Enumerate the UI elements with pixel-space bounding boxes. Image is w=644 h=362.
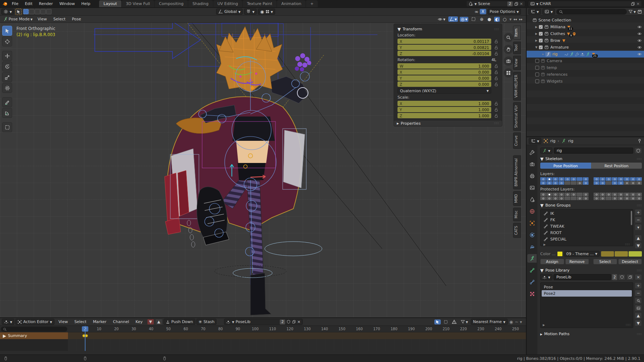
breadcrumb-data[interactable]: rig (568, 139, 574, 143)
move-down-button[interactable]: ▼ (635, 242, 642, 249)
location-z-field[interactable]: Z-0.00104 (397, 51, 491, 56)
collection-checkbox[interactable]: ✓ (539, 32, 543, 36)
layer-r0-3[interactable] (612, 177, 618, 181)
layer-l0-6[interactable] (577, 177, 582, 181)
protected-layer-l0-0[interactable] (540, 193, 546, 196)
shading-rendered[interactable]: ○ (502, 17, 507, 22)
tool-measure[interactable] (2, 108, 12, 118)
sidebar-tab-mmd[interactable]: MMD (513, 191, 521, 206)
collection-checkbox[interactable]: ✓ (539, 25, 543, 29)
protected-layer-r1-1[interactable] (600, 197, 605, 200)
layer-r1-7[interactable] (636, 181, 642, 185)
active-tool-tweak[interactable] (15, 9, 22, 15)
scene-users-badge[interactable]: 2 (507, 1, 512, 6)
protected-layer-r0-2[interactable] (606, 193, 611, 196)
move-up-button[interactable]: ▲ (635, 235, 642, 241)
workspace-tab-shading[interactable]: Shading (188, 0, 213, 7)
sidebar-tab-vrm-helper[interactable]: VRM HELPER (513, 72, 521, 100)
hide-eye-icon[interactable] (637, 31, 642, 36)
rotation-w-field[interactable]: W1.000 (397, 63, 491, 69)
layer-l1-3[interactable] (558, 181, 564, 185)
outliner-row-scene-collection[interactable]: Scene Collection (527, 17, 644, 24)
sidebar-tab-bnpr-abnormal[interactable]: BNPR Abnormal (513, 155, 521, 189)
move-pose-up-button[interactable]: ▲ (635, 312, 642, 319)
protected-layer-l0-4[interactable] (565, 193, 570, 196)
tab-constraints[interactable] (527, 242, 537, 251)
protected-layer-l0-6[interactable] (577, 193, 582, 196)
rotation-y-field[interactable]: Y0.000 (397, 75, 491, 81)
action-browse-dropdown[interactable]: ▾ (540, 274, 552, 280)
rest-position-button[interactable]: Rest Position (591, 163, 642, 169)
unlink-button[interactable]: × (635, 274, 642, 280)
outliner-row-camera[interactable]: Camera (527, 58, 644, 64)
dopesheet-menu-view[interactable]: View (55, 319, 71, 325)
protected-layer-r0-3[interactable] (612, 193, 618, 196)
viewport-menu-view[interactable]: View (34, 16, 50, 22)
pose-preview-button[interactable] (635, 305, 642, 311)
expand-icon[interactable]: ▶ (535, 25, 537, 29)
select-mode-extend[interactable] (29, 9, 34, 14)
scene-selector[interactable]: ▾ Scene 2 × (466, 1, 525, 7)
collapse-icon[interactable]: ▼ (540, 203, 543, 208)
bone-groups-list[interactable]: IKFKTWEAKROOTSPECIAL ▸∷∷ (540, 209, 633, 246)
proportional-editing[interactable]: ◉ ▾ (258, 9, 275, 15)
tool-select-box[interactable] (2, 26, 12, 36)
pose-position-button[interactable]: Pose Position (540, 163, 591, 169)
pan-hand-icon[interactable] (504, 45, 513, 54)
expand-icon[interactable]: ▶ (535, 39, 537, 43)
layer-r0-6[interactable] (630, 177, 636, 181)
workspace-tab-texture-paint[interactable]: Texture Paint (243, 0, 277, 7)
protected-layer-r1-6[interactable] (630, 197, 636, 200)
select-mode-invert[interactable] (40, 9, 46, 14)
blender-logo-icon[interactable] (2, 1, 8, 7)
sidebar-tab-cats[interactable]: CATS (513, 223, 521, 238)
fake-user-shield-button[interactable] (635, 148, 642, 154)
pin-icon[interactable] (637, 139, 642, 143)
up-button[interactable]: ▲ (155, 319, 162, 325)
tool-transform[interactable] (2, 83, 12, 93)
bone-group-special[interactable]: SPECIAL (541, 236, 632, 242)
bone-group-fk[interactable]: FK (541, 217, 632, 223)
display-mode-dropdown[interactable]: ▾ (528, 9, 541, 15)
snap-mode-dropdown[interactable]: Nearest Frame▾ (471, 319, 508, 325)
layer-r0-4[interactable] (618, 177, 624, 181)
copy-icon[interactable] (292, 320, 296, 324)
location-y-field[interactable]: Y0.00821 (397, 45, 491, 50)
copy-icon[interactable] (631, 2, 635, 6)
layer-l1-5[interactable] (571, 181, 576, 185)
timeline-ruler[interactable]: 2 10203040506070809010011012013014015016… (0, 326, 526, 332)
tab-bone[interactable] (527, 266, 537, 274)
close-icon[interactable]: × (636, 1, 640, 6)
gizmos-dropdown[interactable]: ▾ (448, 16, 458, 22)
layer-r1-1[interactable] (600, 181, 605, 185)
show-hidden-filter[interactable] (443, 319, 449, 324)
outliner-search-input[interactable] (556, 9, 627, 15)
sidebar-tab-view[interactable]: View (513, 56, 521, 70)
tab-output[interactable] (527, 172, 537, 180)
tab-bone-constraint[interactable] (527, 278, 537, 286)
layer-l0-2[interactable] (552, 177, 558, 181)
poselib-users-badge[interactable]: 2 (612, 274, 617, 280)
tool-3d-cursor[interactable] (2, 36, 12, 46)
select-mode-set[interactable] (23, 9, 29, 14)
zoom-icon[interactable] (504, 33, 513, 42)
shading-wireframe[interactable]: ⊕ (479, 17, 484, 22)
scale-x-field[interactable]: X1.000 (397, 101, 491, 106)
workspace-tab-3d-view-full[interactable]: 3D View Full (122, 0, 154, 7)
bone-group-root[interactable]: ROOT (541, 229, 632, 236)
tool-move[interactable] (2, 51, 12, 61)
editor-type-selector[interactable]: ▾ (1, 9, 14, 15)
hide-eye-icon[interactable] (637, 38, 642, 43)
filter-type-dropdown[interactable]: ▾ (542, 9, 555, 15)
push-down-button[interactable]: Push Down (164, 319, 195, 325)
outliner-row-widgets[interactable]: Widgets (527, 78, 644, 85)
camera-view-icon[interactable] (504, 56, 513, 66)
dopesheet-menu-channel[interactable]: Channel (110, 319, 132, 325)
protected-layer-r0-4[interactable] (618, 193, 624, 196)
apply-pose-button[interactable] (635, 297, 642, 304)
bone-group-ik[interactable]: IK (541, 210, 632, 217)
deselect-button[interactable]: Deselect (618, 259, 642, 264)
expand-icon[interactable]: ▼ (535, 45, 537, 50)
properties-editor-selector[interactable]: ▾ (529, 138, 541, 144)
viewport-menu-select[interactable]: Select (50, 16, 69, 22)
